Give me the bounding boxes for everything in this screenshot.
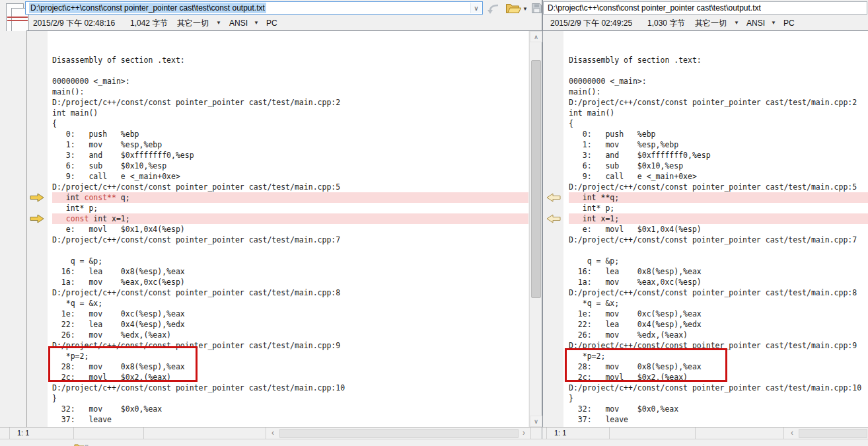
right-filter-caret-icon[interactable]: ▼	[734, 16, 739, 30]
left-status-cell-3	[144, 427, 266, 439]
right-cursor-position: 1: 1	[554, 427, 609, 439]
right-filter-dropdown[interactable]: 其它一切	[695, 16, 727, 30]
code-line: 16: lea 0x8(%esp),%eax	[569, 266, 868, 277]
code-line: Disassembly of section .text:	[569, 55, 868, 65]
code-line: 22: lea 0x4(%esp),%edx	[569, 319, 868, 330]
right-horizontal-scrollbar[interactable]: ‹	[784, 428, 868, 439]
code-line	[569, 245, 868, 256]
code-line: e: movl $0x1,0x4(%esp)	[569, 224, 868, 235]
right-encoding-caret-icon[interactable]: ▼	[771, 16, 776, 30]
diff-marker-left-icon[interactable]	[546, 193, 561, 202]
open-folder-dropdown-icon[interactable]: ▼	[523, 6, 528, 12]
right-gutter	[543, 31, 563, 427]
code-line: 26: mov %edx,(%eax)	[569, 330, 868, 340]
code-line: *q = &x;	[569, 298, 868, 309]
scroll-down-icon[interactable]: ∨	[530, 416, 542, 427]
right-file-info-bar: 2015/2/9 下午 02:49:25 1,030 字节 其它一切 ▼ ANS…	[542, 16, 868, 30]
code-line: 16: lea 0x8(%esp),%eax	[52, 266, 528, 277]
right-cursor-position-cell: 1: 1	[546, 427, 610, 439]
code-line: D:/project/c++/const/const pointer_point…	[569, 287, 868, 298]
code-line: D:/project/c++/const/const pointer_point…	[569, 383, 868, 393]
left-status-cell-2	[74, 427, 144, 439]
code-line: e: movl $0x1,0x4(%esp)	[52, 224, 528, 235]
left-cursor-position-cell: 1: 1	[9, 427, 74, 439]
diff-annotation-box-right	[565, 348, 727, 382]
code-line: D:/project/c++/const/const pointer_point…	[52, 383, 528, 393]
code-line: q = &p;	[569, 256, 868, 266]
left-path-combobox[interactable]: D:\project\c++\const\const pointer_point…	[25, 1, 483, 15]
code-line: }	[569, 393, 868, 404]
code-line: 32: mov $0x0,%eax	[52, 404, 528, 414]
right-statusbar: 1: 1 ‹	[542, 427, 868, 439]
code-line: 6: sub $0x10,%esp	[52, 161, 528, 171]
code-line: q = &p;	[52, 256, 528, 266]
code-line	[569, 44, 868, 55]
code-line: int* p;	[569, 203, 868, 213]
left-gutter	[0, 31, 48, 427]
scroll-left-icon[interactable]: ‹	[268, 428, 278, 439]
left-file-info-bar: 2015/2/9 下午 02:48:16 1,042 字节 其它一切 ▼ ANS…	[0, 16, 542, 30]
left-filter-dropdown[interactable]: 其它一切	[177, 16, 209, 30]
right-encoding-dropdown[interactable]: ANSI	[746, 16, 765, 30]
scroll-up-icon[interactable]: ∧	[530, 31, 542, 42]
left-file-modified: 2015/2/9 下午 02:48:16	[33, 16, 115, 30]
diff-marker-right-icon[interactable]	[30, 214, 44, 223]
code-line: 0: push %ebp	[569, 129, 868, 139]
diff-marker-left-icon[interactable]	[546, 214, 561, 223]
right-status-cell-3	[696, 427, 784, 439]
code-line: 00000000 <_main>:	[569, 76, 868, 87]
left-statusbar: 1: 1 ‹ ›	[0, 427, 542, 439]
right-file-modified: 2015/2/9 下午 02:49:25	[550, 16, 632, 30]
right-hscroll-thumb[interactable]	[799, 429, 867, 438]
right-path-field[interactable]: D:\project\c++\const\const pointer_point…	[543, 1, 867, 15]
left-gutter-line	[26, 31, 27, 427]
left-path-dropdown-icon[interactable]: ∨	[470, 3, 482, 13]
code-line: D:/project/c++/const/const pointer_point…	[52, 287, 528, 298]
right-line-format[interactable]: PC	[783, 16, 795, 30]
left-filter-caret-icon[interactable]: ▼	[216, 16, 221, 30]
left-hscroll-thumb[interactable]	[279, 429, 519, 438]
save-icon[interactable]	[531, 3, 542, 17]
code-line: 3: and $0xfffffff0,%esp	[52, 150, 528, 161]
code-line: int main()	[52, 108, 528, 118]
diff-marker-right-icon[interactable]	[30, 193, 44, 202]
code-line: 1: mov %esp,%ebp	[52, 139, 528, 150]
left-line-format[interactable]: PC	[266, 16, 277, 30]
code-line: int **q;	[569, 192, 868, 203]
code-line: 1a: mov %eax,0xc(%esp)	[569, 277, 868, 287]
code-line: 1: mov %esp,%ebp	[569, 139, 868, 150]
left-scrollbar-corner	[530, 427, 542, 439]
code-line: int main()	[569, 108, 868, 118]
code-line: int* p;	[52, 203, 528, 213]
left-encoding-caret-icon[interactable]: ▼	[254, 16, 259, 30]
code-line: 6: sub $0x10,%esp	[569, 161, 868, 171]
code-line	[52, 245, 528, 256]
code-line: D:/project/c++/const/const pointer_point…	[52, 235, 528, 245]
code-line: 22: lea 0x4(%esp),%edx	[52, 319, 528, 330]
open-folder-icon[interactable]	[505, 3, 521, 17]
code-line: 00000000 <_main>:	[52, 76, 528, 87]
code-line	[52, 34, 528, 44]
code-line: }	[52, 393, 528, 404]
code-line: 1a: mov %eax,0xc(%esp)	[52, 277, 528, 287]
code-line	[569, 65, 868, 76]
code-line: {	[569, 118, 868, 129]
code-line: *q = &x;	[52, 298, 528, 309]
scroll-left-icon[interactable]: ‹	[787, 428, 797, 439]
code-line: D:/project/c++/const/const pointer_point…	[569, 182, 868, 192]
code-line: 1e: mov 0xc(%esp),%eax	[569, 309, 868, 319]
left-cursor-position: 1: 1	[17, 427, 73, 439]
code-line: D:/project/c++/const/const pointer_point…	[52, 97, 528, 108]
code-line: 37: leave	[569, 414, 868, 425]
code-line: 9: call e <_main+0xe>	[569, 171, 868, 182]
code-line: D:/project/c++/const/const pointer_point…	[569, 235, 868, 245]
code-line: int const** q;	[52, 192, 528, 203]
cropped-toolbar-icon	[74, 441, 89, 446]
left-scrollbar-thumb[interactable]	[531, 60, 541, 298]
scroll-right-icon[interactable]: ›	[519, 428, 529, 439]
code-line: D:/project/c++/const/const pointer_point…	[52, 182, 528, 192]
left-vertical-scrollbar[interactable]: ∧ ∨	[529, 31, 542, 427]
left-path-text: D:\project\c++\const\const pointer_point…	[29, 3, 266, 13]
left-horizontal-scrollbar[interactable]: ‹ ›	[266, 428, 530, 439]
left-encoding-dropdown[interactable]: ANSI	[229, 16, 248, 30]
